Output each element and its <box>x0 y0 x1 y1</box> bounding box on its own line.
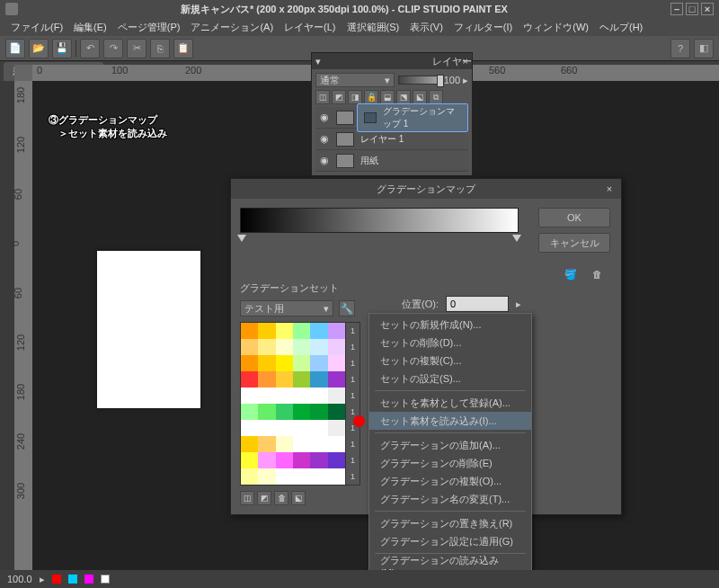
chevron-down-icon: ▾ <box>385 75 390 86</box>
dialog-close-icon[interactable]: × <box>603 183 616 195</box>
trash-icon[interactable]: 🗑 <box>274 491 288 505</box>
tool-copy[interactable]: ⎘ <box>150 39 170 58</box>
grad-set-dropdown[interactable]: テスト用▾ <box>240 300 333 316</box>
chevron-down-icon: ▾ <box>324 303 329 315</box>
tool-paste[interactable]: 📋 <box>173 39 193 58</box>
highlight-dot-icon <box>353 415 365 427</box>
arrow-right-icon[interactable]: ▸ <box>516 298 521 310</box>
tool-save[interactable]: 💾 <box>52 39 72 58</box>
menu-item[interactable]: 選択範囲(S) <box>342 19 405 36</box>
opacity-arrow[interactable]: ▸ <box>463 75 468 86</box>
wrench-button[interactable]: 🔧 <box>339 300 355 316</box>
layer-name: 用紙 <box>357 155 468 167</box>
context-menu-item[interactable]: セットを素材として登録(A)... <box>369 394 531 412</box>
status-bar: 100.0 ▸ <box>0 570 719 588</box>
tool-redo[interactable]: ↷ <box>103 39 123 58</box>
layer-thumbnail <box>336 132 354 147</box>
context-menu-item[interactable]: セットの削除(D)... <box>369 334 531 352</box>
blend-mode-select[interactable]: 通常▾ <box>315 73 395 87</box>
canvas[interactable] <box>97 251 200 408</box>
layer-name: レイヤー 1 <box>357 133 468 146</box>
left-panel <box>0 81 14 570</box>
menu-item[interactable]: フィルター(I) <box>448 19 518 36</box>
context-menu-item[interactable]: グラデーションの削除(E) <box>369 454 531 472</box>
dialog-title[interactable]: グラデーションマップ <box>231 179 621 199</box>
menu-item[interactable]: ヘルプ(H) <box>594 19 648 36</box>
title-bar: 新規キャンバス* (200 x 200px 350dpi 100.0%) - C… <box>0 0 719 18</box>
position-input[interactable] <box>446 296 509 312</box>
layer-thumbnail <box>336 111 354 125</box>
visibility-icon[interactable]: ◉ <box>315 111 333 123</box>
layer-name: グラデーションマップ 1 <box>379 105 464 130</box>
grad-marker[interactable] <box>237 235 246 242</box>
menu-item[interactable]: ウィンドウ(W) <box>518 19 594 36</box>
position-label: 位置(O): <box>402 298 439 311</box>
color-swatch[interactable] <box>84 575 93 584</box>
layer-item[interactable]: ◉レイヤー 1 <box>315 129 468 150</box>
cancel-button[interactable]: キャンセル <box>538 233 610 253</box>
context-menu-item[interactable]: セットの複製(C)... <box>369 352 531 370</box>
tool-misc[interactable]: ◧ <box>694 39 714 58</box>
lock-icon[interactable]: 🔒 <box>364 90 378 104</box>
maximize-button[interactable]: □ <box>686 3 698 15</box>
menu-item[interactable]: アニメーション(A) <box>185 19 279 36</box>
visibility-icon[interactable]: ◉ <box>315 155 333 166</box>
context-menu-item[interactable]: グラデーションの複製(O)... <box>369 472 531 490</box>
grad-tool-btn[interactable]: ⬕ <box>291 491 306 505</box>
layer-panel: ▾ レイヤー × 通常▾ 100 ▸ ◫ ◩ ◨ 🔒 ⬓ ⬔ ⬕ ⧉ ◉グラデー… <box>311 52 473 176</box>
color-swatch[interactable] <box>101 575 110 584</box>
zoom-value: 100.0 <box>7 574 32 584</box>
tool-undo[interactable]: ↶ <box>80 39 100 58</box>
grad-tool-btn[interactable]: ◫ <box>240 491 254 505</box>
window-title: 新規キャンバス* (200 x 200px 350dpi 100.0%) - C… <box>18 3 670 16</box>
layer-item[interactable]: ◉グラデーションマップ 1 <box>315 107 468 129</box>
gradation-markers[interactable] <box>240 235 519 245</box>
visibility-icon[interactable]: ◉ <box>315 133 333 145</box>
tool-cut[interactable]: ✂ <box>127 39 146 58</box>
context-menu-item[interactable]: グラデーション名の変更(T)... <box>369 490 531 508</box>
bucket-icon[interactable]: 🪣 <box>564 269 581 283</box>
layer-tool-btn[interactable]: ⬓ <box>380 90 395 104</box>
layer-tool-row: ◫ ◩ ◨ 🔒 ⬓ ⬔ ⬕ ⧉ <box>315 90 468 104</box>
tool-new[interactable]: 📄 <box>5 39 25 58</box>
grad-tool-btn[interactable]: ◩ <box>257 491 271 505</box>
context-menu-item[interactable]: セット素材を読み込み(I)... <box>369 412 531 430</box>
color-swatch[interactable] <box>52 575 61 584</box>
grad-marker[interactable] <box>512 235 521 242</box>
minimize-button[interactable]: – <box>670 3 683 15</box>
close-button[interactable]: × <box>701 3 714 15</box>
menu-item[interactable]: 編集(E) <box>68 19 112 36</box>
layer-tool-btn[interactable]: ⧉ <box>429 90 443 104</box>
layer-type-icon <box>364 112 377 123</box>
help-icon[interactable]: ? <box>670 39 690 58</box>
context-menu-item[interactable]: グラデーションの追加(A)... <box>369 436 531 454</box>
layer-item[interactable]: ◉用紙 <box>315 150 468 172</box>
arrow-right-icon[interactable]: ▸ <box>40 574 45 585</box>
grad-set-label: グラデーションセット <box>240 281 339 295</box>
menu-item[interactable]: ファイル(F) <box>5 19 68 36</box>
color-swatch[interactable] <box>68 575 77 584</box>
panel-close-icon[interactable]: × <box>463 56 468 67</box>
panel-menu-icon[interactable]: ▾ <box>315 56 321 67</box>
layer-tool-btn[interactable]: ⬔ <box>396 90 411 104</box>
context-menu-item[interactable]: セットの新規作成(N)... <box>369 316 531 334</box>
menu-item[interactable]: レイヤー(L) <box>279 19 341 36</box>
context-menu-item[interactable]: グラデーション設定に適用(G) <box>369 532 531 550</box>
menu-item[interactable]: 表示(V) <box>404 19 448 36</box>
ok-button[interactable]: OK <box>538 208 610 227</box>
layer-tool-btn[interactable]: ◩ <box>332 90 346 104</box>
layer-tool-btn[interactable]: ◫ <box>315 90 330 104</box>
context-menu-item[interactable]: グラデーションの置き換え(R) <box>369 514 531 532</box>
app-icon <box>5 3 18 15</box>
layer-tool-btn[interactable]: ◨ <box>348 90 362 104</box>
context-menu-item[interactable]: セットの設定(S)... <box>369 370 531 388</box>
layer-tool-btn[interactable]: ⬕ <box>413 90 427 104</box>
swatch-grid[interactable]: 1 1 1 1 1 1 1 1 1 1 <box>240 322 360 486</box>
layer-panel-header[interactable]: ▾ レイヤー × <box>312 53 472 69</box>
opacity-slider[interactable] <box>398 76 441 85</box>
tool-open[interactable]: 📂 <box>29 39 49 58</box>
gradation-strip[interactable] <box>240 208 519 233</box>
menu-item[interactable]: ページ管理(P) <box>112 19 186 36</box>
vertical-ruler: 18012060060120180240300 <box>14 81 32 570</box>
trash-icon[interactable]: 🗑 <box>592 269 605 283</box>
